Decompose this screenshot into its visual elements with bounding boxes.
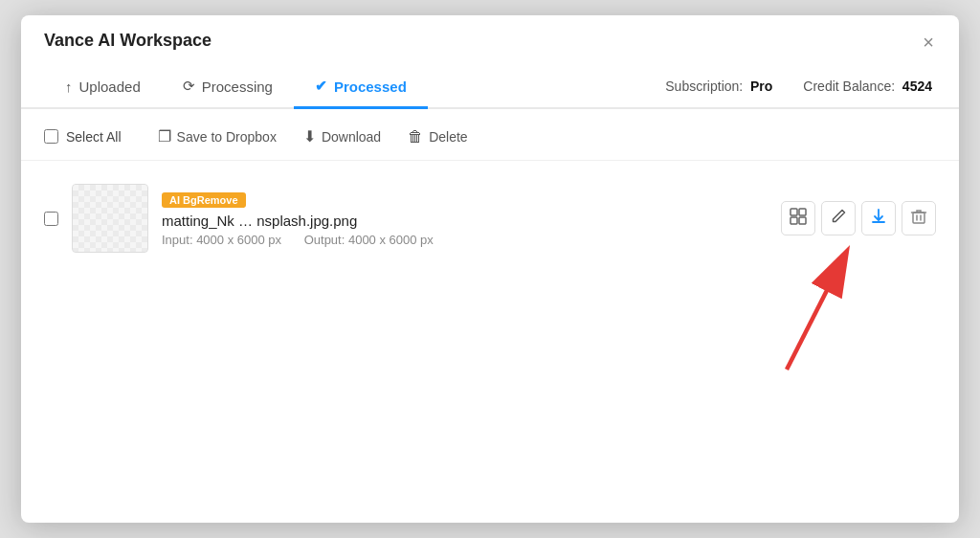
file-name: matting_Nk … nsplash.jpg.png (162, 213, 768, 229)
tab-processing-label: Processing (202, 78, 273, 95)
file-output-dims: Output: 4000 x 6000 px (304, 233, 434, 247)
select-all-input[interactable] (44, 129, 58, 144)
tab-processing[interactable]: ⟳ Processing (162, 64, 294, 109)
save-dropbox-label: Save to Dropbox (177, 129, 277, 145)
file-dims: Input: 4000 x 6000 px Output: 4000 x 600… (162, 233, 768, 247)
svg-rect-1 (799, 209, 806, 215)
subscription-value: Pro (750, 78, 772, 94)
file-thumbnail (72, 184, 148, 253)
edit-button[interactable] (821, 201, 856, 235)
processing-icon: ⟳ (183, 78, 195, 95)
select-all-label: Select All (66, 129, 122, 145)
download-label: Download (322, 129, 381, 145)
delete-toolbar-icon: 🗑 (408, 128, 423, 146)
download-toolbar-icon: ⬇ (303, 127, 316, 146)
file-download-icon (870, 208, 887, 230)
file-badge: AI BgRemove (162, 192, 246, 208)
upload-icon: ↑ (65, 78, 73, 95)
workspace-modal: Vance AI Workspace × ↑ Uploaded ⟳ Proces… (21, 15, 959, 523)
subscription-info: Subscription: Pro (665, 78, 772, 94)
svg-rect-0 (791, 209, 797, 215)
select-all-checkbox[interactable]: Select All (44, 129, 122, 145)
modal-title: Vance AI Workspace (44, 31, 212, 64)
svg-rect-4 (913, 213, 924, 223)
close-button[interactable]: × (915, 29, 942, 56)
table-row: AI BgRemove matting_Nk … nsplash.jpg.png… (44, 174, 936, 262)
file-delete-icon (910, 208, 927, 230)
file-list: AI BgRemove matting_Nk … nsplash.jpg.png… (21, 161, 959, 276)
svg-rect-3 (799, 217, 806, 224)
file-info: AI BgRemove matting_Nk … nsplash.jpg.png… (162, 191, 768, 247)
file-actions (781, 201, 936, 235)
delete-button[interactable]: 🗑 Delete (394, 123, 480, 150)
svg-rect-2 (791, 217, 797, 224)
preview-button[interactable] (781, 201, 815, 235)
tab-uploaded[interactable]: ↑ Uploaded (44, 65, 162, 109)
delete-label: Delete (429, 129, 467, 145)
dropbox-icon: ❐ (158, 127, 171, 146)
file-input-dims: Input: 4000 x 6000 px (162, 233, 281, 247)
file-checkbox[interactable] (44, 212, 58, 226)
credit-info: Credit Balance: 4524 (803, 78, 932, 94)
credit-value: 4524 (902, 78, 932, 94)
processed-icon: ✔ (315, 78, 327, 95)
download-button[interactable]: ⬇ Download (290, 123, 394, 150)
tab-processed-label: Processed (334, 78, 407, 95)
tab-processed[interactable]: ✔ Processed (294, 64, 428, 109)
edit-icon (830, 208, 847, 230)
preview-icon (789, 207, 808, 231)
save-dropbox-button[interactable]: ❐ Save to Dropbox (145, 123, 290, 150)
file-delete-button[interactable] (902, 201, 936, 235)
file-download-button[interactable] (861, 201, 896, 235)
tab-uploaded-label: Uploaded (79, 78, 141, 95)
